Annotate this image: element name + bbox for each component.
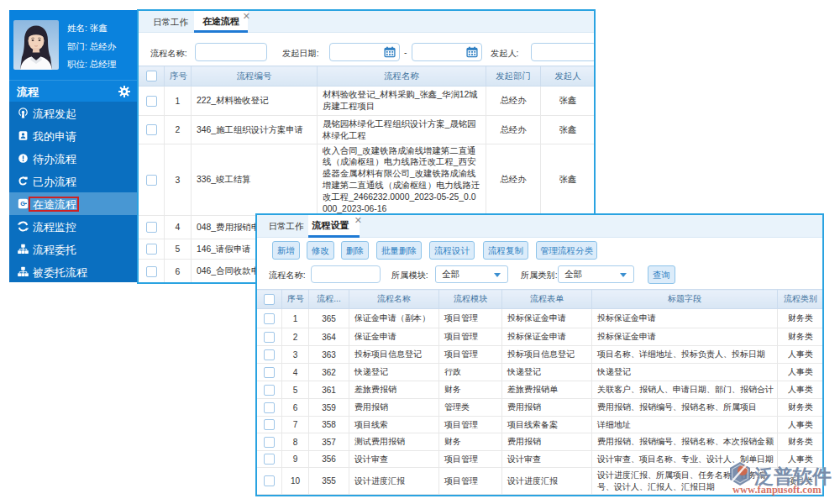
svg-text:G: G <box>20 200 25 207</box>
